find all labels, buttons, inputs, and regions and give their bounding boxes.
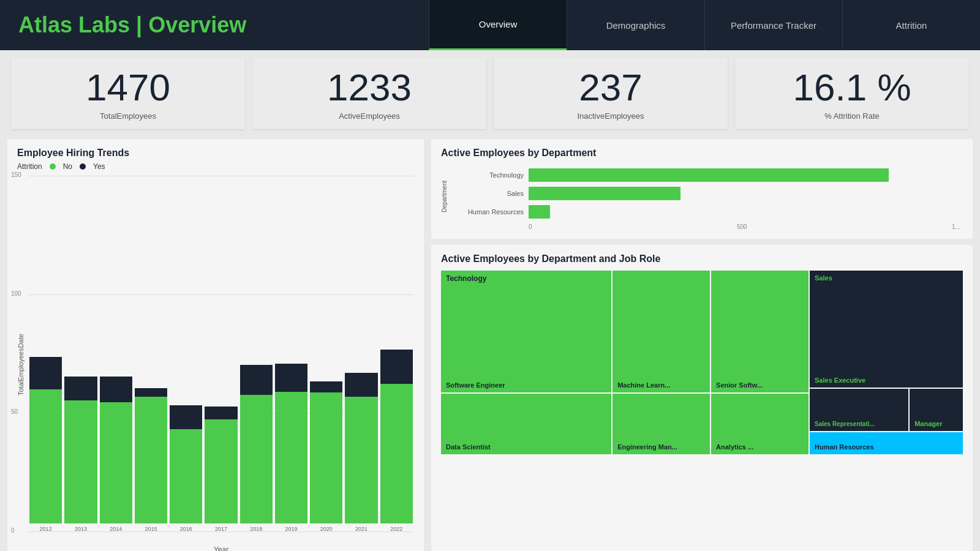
hiring-legend: Attrition No Yes [17, 162, 414, 171]
bar-no [170, 429, 202, 523]
horiz-row-sales: Sales [450, 187, 963, 200]
bar-stack [64, 377, 97, 523]
bar-item: 2015 [135, 388, 167, 532]
bar-year-label: 2021 [355, 526, 368, 532]
bar-item: 2013 [64, 377, 97, 532]
bar-stack [100, 377, 132, 523]
bar-no [135, 397, 167, 523]
bar-no [275, 392, 307, 523]
kpi-label-total: TotalEmployees [100, 111, 156, 121]
horiz-row-technology: Technology [450, 168, 963, 182]
bar-item: 2022 [380, 350, 413, 532]
bar-stack [310, 381, 342, 523]
bar-item: 2016 [170, 405, 202, 532]
bar-yes [345, 373, 377, 397]
bar-year-label: 2018 [250, 526, 262, 532]
bar-year-label: 2020 [320, 526, 333, 532]
bar-yes [29, 357, 62, 389]
treemap-tech-bottom: Data Scientist Engineering Man... Analyt… [441, 394, 809, 454]
main-content: Employee Hiring Trends Attrition No Yes … [0, 134, 980, 551]
treemap-title: Active Employees by Department and Job R… [441, 253, 963, 264]
axis-tick-0: 0 [529, 223, 532, 230]
treemap-cell-hr-label: Human Resources [815, 443, 874, 451]
horiz-row-hr: Human Resources [450, 205, 963, 219]
treemap-cell-software-engineer: Technology Software Engineer [441, 271, 611, 392]
app-title: Atlas Labs | Overview [18, 12, 246, 38]
treemap-sales-section: Sales Sales Executive Sales Representati… [810, 271, 963, 454]
hiring-trends-title: Employee Hiring Trends [17, 148, 414, 159]
tab-attrition[interactable]: Attrition [842, 0, 980, 50]
bar-stack [275, 364, 307, 523]
kpi-label-inactive: InactiveEmployees [577, 111, 644, 121]
bar-stack [135, 388, 167, 523]
treemap-cell-analytics-label: Analytics ... [716, 443, 753, 451]
dept-bar-technology [529, 168, 963, 182]
kpi-value-attrition: 16.1 % [793, 69, 911, 107]
treemap-cell-sales-executive-label: Sales Executive [815, 377, 865, 384]
treemap-cell-sales-rep-label: Sales Representati... [815, 421, 875, 427]
horiz-bar-chart: Technology Sales Human Resources [450, 168, 963, 230]
bar-no [345, 397, 377, 523]
treemap-cell-manager: Manager [910, 389, 963, 431]
treemap-cell-data-scientist: Data Scientist [441, 394, 611, 454]
treemap-cell-technology-label: Technology [446, 274, 486, 283]
bars-group: 2012 2013 2014 2015 2016 [28, 350, 414, 532]
kpi-active-employees: 1233 ActiveEmployees [252, 58, 486, 129]
bar-stack [170, 405, 202, 523]
bar-stack [29, 357, 62, 523]
treemap-tech-top: Technology Software Engineer Machine Lea… [441, 271, 809, 392]
kpi-label-active: ActiveEmployees [339, 111, 400, 121]
bar-year-label: 2013 [75, 526, 87, 532]
bar-stack [380, 350, 413, 523]
treemap-tech-section: Technology Software Engineer Machine Lea… [441, 271, 809, 454]
treemap-cell-senior-software-label: Senior Softw... [716, 381, 763, 389]
dept-label-hr: Human Resources [450, 208, 524, 216]
treemap-cell-engineering-manager: Engineering Man... [612, 394, 710, 454]
treemap-cell-machine-learning: Machine Learn... [612, 271, 710, 392]
legend-yes-label: Yes [93, 162, 105, 171]
legend-no-label: No [63, 162, 72, 171]
bar-no [64, 400, 97, 523]
kpi-inactive-employees: 237 InactiveEmployees [494, 58, 728, 129]
bar-year-label: 2012 [40, 526, 52, 532]
dept-fill-hr [529, 205, 550, 219]
bar-stack [205, 407, 237, 523]
treemap-cell-machine-learning-label: Machine Learn... [617, 381, 670, 389]
bar-yes [170, 405, 202, 429]
bar-yes [135, 388, 167, 397]
bar-yes [310, 381, 342, 392]
tab-overview[interactable]: Overview [429, 0, 567, 50]
bar-item: 2020 [310, 381, 342, 532]
tab-demographics[interactable]: Demographics [567, 0, 704, 50]
axis-tick-500: 500 [737, 223, 747, 230]
tab-performance-tracker[interactable]: Performance Tracker [704, 0, 842, 50]
bar-no [380, 384, 413, 523]
bar-no [310, 392, 342, 523]
kpi-label-attrition: % Attrition Rate [824, 111, 880, 121]
bar-chart-inner: 150 100 50 0 2012 2013 [28, 176, 414, 544]
treemap-cell-software-engineer-label: Software Engineer [446, 381, 505, 389]
app-title-area: Atlas Labs | Overview [0, 0, 429, 50]
bar-yes [205, 407, 237, 419]
bar-year-label: 2017 [215, 526, 227, 532]
grid-line-150: 150 [28, 176, 414, 176]
dept-fill-sales [529, 187, 680, 200]
bar-yes [240, 365, 273, 395]
kpi-row: 1470 TotalEmployees 1233 ActiveEmployees… [0, 50, 980, 134]
bar-year-label: 2016 [180, 526, 192, 532]
hiring-trends-panel: Employee Hiring Trends Attrition No Yes … [7, 139, 424, 551]
bar-yes [380, 350, 413, 384]
treemap-cell-sales-rep: Sales Representati... [810, 389, 908, 431]
treemap-cell-sales: Sales Sales Executive [810, 271, 963, 388]
treemap-cell-manager-label: Manager [914, 420, 942, 427]
bar-year-label: 2022 [390, 526, 402, 532]
dept-bar-hr [529, 205, 963, 219]
bar-stack [240, 365, 273, 523]
y-axis-label: TotalEmployeesDate [17, 176, 24, 551]
dept-chart-inner: Department Technology Sales [441, 162, 963, 230]
legend-no-dot [50, 163, 56, 170]
bar-stack [345, 373, 377, 523]
bar-yes [275, 364, 307, 392]
dept-label-sales: Sales [450, 190, 524, 197]
treemap-cell-sales-label: Sales [815, 274, 832, 282]
